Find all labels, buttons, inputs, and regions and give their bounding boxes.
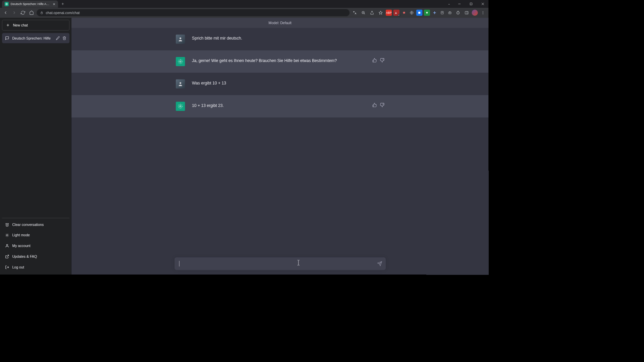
new-chat-label: New chat [13, 23, 28, 27]
window-controls [453, 0, 489, 8]
chat-main: Model: Default Sprich bitte mit mir deut… [71, 18, 488, 275]
message-row-user: Sprich bitte mit mir deutsch. [71, 28, 488, 50]
logout-button[interactable]: Log out [2, 262, 69, 273]
conversation-item-actions [56, 36, 66, 40]
svg-rect-21 [465, 11, 468, 14]
svg-rect-5 [41, 13, 43, 14]
app-root: New chat Deutsch Sprechen: Hilfe Clea [0, 18, 489, 275]
extension-plus-icon[interactable] [432, 10, 438, 16]
svg-line-31 [6, 234, 6, 234]
extension-globe-icon[interactable] [409, 10, 415, 16]
ibeam-cursor-icon [297, 260, 297, 265]
extension-note-icon[interactable] [439, 10, 445, 16]
url-text: chat.openai.com/chat [46, 11, 80, 15]
extension-camera-icon[interactable] [447, 10, 453, 16]
window-minimize-button[interactable] [453, 0, 465, 8]
sidebar-footer: Clear conversations Light mode My accoun… [2, 218, 69, 273]
conversation-list: Deutsch Sprechen: Hilfe [2, 33, 69, 218]
svg-line-32 [8, 236, 8, 237]
extension-notif-icon[interactable] [393, 10, 399, 16]
assistant-avatar-icon [176, 57, 185, 66]
thumbs-down-icon[interactable] [380, 103, 384, 107]
toolbar-actions: ABP [351, 9, 487, 16]
svg-rect-13 [418, 12, 420, 14]
address-bar[interactable]: chat.openai.com/chat [37, 9, 350, 16]
svg-line-35 [6, 236, 6, 237]
svg-point-43 [179, 106, 181, 107]
clear-conversations-label: Clear conversations [12, 223, 44, 227]
tab-close-icon[interactable]: ✕ [53, 2, 55, 6]
extension-green-icon[interactable] [424, 10, 430, 16]
message-row-user: Was ergibt 10 + 13 [71, 73, 488, 95]
extension-pin-icon[interactable] [401, 10, 407, 16]
svg-line-38 [7, 255, 9, 257]
model-label: Model: Default [269, 21, 291, 25]
window-close-button[interactable] [477, 0, 489, 8]
thumbs-up-icon[interactable] [372, 103, 377, 107]
light-mode-label: Light mode [12, 233, 30, 237]
chat-input-container[interactable] [174, 257, 386, 270]
delete-conversation-icon[interactable] [62, 36, 66, 40]
light-mode-button[interactable]: Light mode [2, 230, 69, 241]
nav-forward-button[interactable] [11, 9, 18, 16]
profile-avatar-icon[interactable] [472, 10, 478, 16]
svg-point-40 [179, 38, 181, 39]
svg-point-20 [449, 12, 450, 13]
thumbs-up-icon[interactable] [372, 58, 377, 63]
translate-icon[interactable] [351, 9, 358, 16]
nav-reload-button[interactable] [19, 9, 26, 16]
extensions-puzzle-icon[interactable] [454, 9, 462, 16]
chat-input[interactable] [179, 261, 373, 266]
nav-back-button[interactable] [2, 9, 9, 16]
lock-icon [40, 11, 43, 14]
nav-home-button[interactable] [28, 9, 35, 16]
edit-conversation-icon[interactable] [56, 36, 60, 40]
my-account-button[interactable]: My account [2, 241, 69, 251]
browser-tab-strip: Deutsch Sprechen: Hilfe Angebo ✕ ＋ ⌄ [0, 0, 489, 8]
svg-point-23 [483, 11, 483, 12]
message-feedback [372, 103, 384, 107]
chat-thread: Sprich bitte mit mir deutsch. Ja, gerne!… [71, 28, 488, 275]
svg-point-37 [6, 244, 8, 246]
sidepanel-icon[interactable] [463, 9, 470, 16]
share-icon[interactable] [368, 9, 375, 16]
user-avatar-icon [176, 35, 185, 44]
favicon-icon [5, 2, 9, 6]
extension-abp-icon[interactable]: ABP [386, 10, 392, 16]
message-text: 10 + 13 ergibt 23. [192, 102, 384, 111]
clear-conversations-button[interactable]: Clear conversations [2, 219, 69, 230]
input-area [71, 257, 488, 270]
svg-point-24 [483, 12, 483, 13]
svg-marker-10 [379, 11, 382, 14]
window-maximize-button[interactable] [465, 0, 477, 8]
browser-tab-active[interactable]: Deutsch Sprechen: Hilfe Angebo ✕ [2, 1, 58, 8]
model-header: Model: Default [71, 18, 488, 28]
message-text: Ja, gerne! Wie geht es Ihnen heute? Brau… [192, 57, 384, 66]
svg-point-42 [179, 82, 181, 84]
svg-line-36 [8, 234, 8, 234]
new-tab-button[interactable]: ＋ [58, 0, 67, 8]
tab-search-icon[interactable]: ⌄ [448, 0, 450, 8]
message-row-assistant: Ja, gerne! Wie geht es Ihnen heute? Brau… [71, 50, 488, 73]
updates-faq-label: Updates & FAQ [12, 254, 37, 258]
logout-label: Log out [12, 265, 24, 269]
message-feedback [372, 58, 384, 63]
conversation-item-active[interactable]: Deutsch Sprechen: Hilfe [2, 33, 69, 43]
message-row-assistant: 10 + 13 ergibt 23. [71, 95, 488, 118]
thumbs-down-icon[interactable] [380, 58, 384, 63]
new-chat-button[interactable]: New chat [2, 20, 69, 31]
extension-blue-icon[interactable] [416, 10, 422, 16]
assistant-avatar-icon [176, 102, 185, 111]
bookmark-star-icon[interactable] [377, 9, 384, 16]
svg-line-7 [364, 13, 365, 14]
sidebar: New chat Deutsch Sprechen: Hilfe Clea [0, 18, 71, 275]
svg-point-25 [483, 14, 483, 14]
chrome-menu-icon[interactable] [479, 9, 486, 16]
svg-point-28 [6, 235, 8, 236]
message-text: Was ergibt 10 + 13 [192, 79, 384, 88]
updates-faq-button[interactable]: Updates & FAQ [2, 251, 69, 262]
zoom-icon[interactable] [360, 9, 367, 16]
message-text: Sprich bitte mit mir deutsch. [192, 35, 384, 44]
send-button[interactable] [377, 261, 382, 266]
svg-point-11 [395, 12, 396, 13]
